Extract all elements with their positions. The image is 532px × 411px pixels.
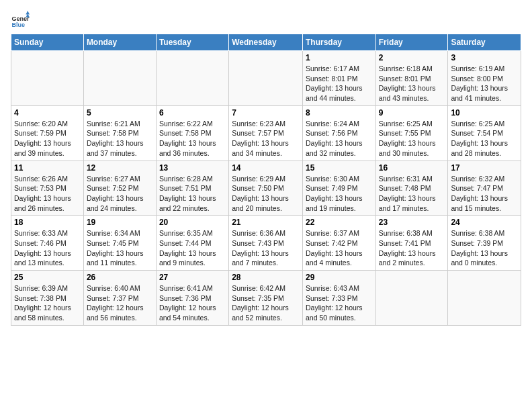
calendar-cell: 18Sunrise: 6:33 AM Sunset: 7:46 PM Dayli… <box>11 216 84 271</box>
calendar-week-3: 11Sunrise: 6:26 AM Sunset: 7:53 PM Dayli… <box>11 161 521 216</box>
cell-date: 28 <box>232 273 300 282</box>
cell-date: 21 <box>232 218 300 227</box>
cell-info: Sunrise: 6:17 AM Sunset: 8:01 PM Dayligh… <box>306 64 373 103</box>
calendar-cell: 20Sunrise: 6:35 AM Sunset: 7:44 PM Dayli… <box>156 216 228 271</box>
cell-info: Sunrise: 6:37 AM Sunset: 7:42 PM Dayligh… <box>306 228 373 268</box>
cell-date: 27 <box>159 273 226 282</box>
day-header-thursday: Thursday <box>302 34 375 51</box>
calendar-cell: 22Sunrise: 6:37 AM Sunset: 7:42 PM Dayli… <box>302 216 375 271</box>
calendar-cell: 2Sunrise: 6:18 AM Sunset: 8:01 PM Daylig… <box>375 51 448 106</box>
cell-info: Sunrise: 6:29 AM Sunset: 7:50 PM Dayligh… <box>232 174 300 214</box>
logo: General Blue <box>11 11 32 30</box>
calendar-cell: 24Sunrise: 6:38 AM Sunset: 7:39 PM Dayli… <box>448 216 521 271</box>
calendar-cell: 5Sunrise: 6:21 AM Sunset: 7:58 PM Daylig… <box>83 105 156 161</box>
cell-info: Sunrise: 6:43 AM Sunset: 7:33 PM Dayligh… <box>306 283 373 323</box>
cell-info: Sunrise: 6:25 AM Sunset: 7:55 PM Dayligh… <box>379 119 445 158</box>
cell-date: 2 <box>379 53 445 62</box>
svg-text:Blue: Blue <box>11 21 25 28</box>
cell-info: Sunrise: 6:41 AM Sunset: 7:36 PM Dayligh… <box>159 283 226 323</box>
cell-info: Sunrise: 6:35 AM Sunset: 7:44 PM Dayligh… <box>159 228 226 268</box>
day-header-saturday: Saturday <box>448 34 521 51</box>
cell-date: 20 <box>159 218 226 227</box>
cell-info: Sunrise: 6:34 AM Sunset: 7:45 PM Dayligh… <box>87 228 153 268</box>
cell-date: 11 <box>14 163 81 173</box>
cell-date: 5 <box>87 108 153 118</box>
calendar-cell: 10Sunrise: 6:25 AM Sunset: 7:54 PM Dayli… <box>448 105 521 161</box>
calendar-cell: 12Sunrise: 6:27 AM Sunset: 7:52 PM Dayli… <box>83 161 156 216</box>
cell-date: 22 <box>306 218 373 227</box>
cell-date: 13 <box>159 163 226 173</box>
cell-date: 14 <box>232 163 300 173</box>
cell-date: 10 <box>451 108 518 118</box>
cell-date: 26 <box>87 273 153 282</box>
calendar-cell: 9Sunrise: 6:25 AM Sunset: 7:55 PM Daylig… <box>375 105 448 161</box>
cell-info: Sunrise: 6:23 AM Sunset: 7:57 PM Dayligh… <box>232 119 300 158</box>
calendar-week-1: 1Sunrise: 6:17 AM Sunset: 8:01 PM Daylig… <box>11 51 521 106</box>
cell-info: Sunrise: 6:42 AM Sunset: 7:35 PM Dayligh… <box>232 283 300 323</box>
day-header-sunday: Sunday <box>11 34 84 51</box>
cell-info: Sunrise: 6:22 AM Sunset: 7:58 PM Dayligh… <box>159 119 226 158</box>
cell-date: 12 <box>87 163 153 173</box>
cell-date: 18 <box>14 218 81 227</box>
cell-info: Sunrise: 6:27 AM Sunset: 7:52 PM Dayligh… <box>87 174 153 214</box>
cell-info: Sunrise: 6:39 AM Sunset: 7:38 PM Dayligh… <box>14 283 81 323</box>
cell-info: Sunrise: 6:38 AM Sunset: 7:39 PM Dayligh… <box>451 228 518 268</box>
cell-info: Sunrise: 6:24 AM Sunset: 7:56 PM Dayligh… <box>306 119 373 158</box>
calendar-cell: 23Sunrise: 6:38 AM Sunset: 7:41 PM Dayli… <box>375 216 448 271</box>
cell-info: Sunrise: 6:20 AM Sunset: 7:59 PM Dayligh… <box>14 119 81 158</box>
calendar-cell: 28Sunrise: 6:42 AM Sunset: 7:35 PM Dayli… <box>229 271 303 326</box>
calendar-cell: 17Sunrise: 6:32 AM Sunset: 7:47 PM Dayli… <box>448 161 521 216</box>
calendar-table: SundayMondayTuesdayWednesdayThursdayFrid… <box>11 34 521 326</box>
cell-info: Sunrise: 6:31 AM Sunset: 7:48 PM Dayligh… <box>379 174 445 214</box>
cell-date: 15 <box>306 163 373 173</box>
cell-date: 17 <box>451 163 518 173</box>
cell-info: Sunrise: 6:32 AM Sunset: 7:47 PM Dayligh… <box>451 174 518 214</box>
cell-date: 23 <box>379 218 445 227</box>
calendar-week-5: 25Sunrise: 6:39 AM Sunset: 7:38 PM Dayli… <box>11 271 521 326</box>
cell-info: Sunrise: 6:26 AM Sunset: 7:53 PM Dayligh… <box>14 174 81 214</box>
calendar-cell: 8Sunrise: 6:24 AM Sunset: 7:56 PM Daylig… <box>302 105 375 161</box>
cell-date: 29 <box>306 273 373 282</box>
cell-info: Sunrise: 6:30 AM Sunset: 7:49 PM Dayligh… <box>306 174 373 214</box>
cell-date: 1 <box>306 53 373 62</box>
cell-date: 24 <box>451 218 518 227</box>
calendar-cell: 7Sunrise: 6:23 AM Sunset: 7:57 PM Daylig… <box>229 105 303 161</box>
calendar-cell: 25Sunrise: 6:39 AM Sunset: 7:38 PM Dayli… <box>11 271 84 326</box>
calendar-week-4: 18Sunrise: 6:33 AM Sunset: 7:46 PM Dayli… <box>11 216 521 271</box>
calendar-cell <box>11 51 84 106</box>
cell-date: 9 <box>379 108 445 118</box>
cell-date: 16 <box>379 163 445 173</box>
days-of-week-row: SundayMondayTuesdayWednesdayThursdayFrid… <box>11 34 521 51</box>
calendar-cell: 16Sunrise: 6:31 AM Sunset: 7:48 PM Dayli… <box>375 161 448 216</box>
day-header-tuesday: Tuesday <box>156 34 228 51</box>
calendar-body: 1Sunrise: 6:17 AM Sunset: 8:01 PM Daylig… <box>11 51 521 326</box>
calendar-cell <box>83 51 156 106</box>
calendar-cell: 27Sunrise: 6:41 AM Sunset: 7:36 PM Dayli… <box>156 271 228 326</box>
calendar-cell: 11Sunrise: 6:26 AM Sunset: 7:53 PM Dayli… <box>11 161 84 216</box>
cell-info: Sunrise: 6:21 AM Sunset: 7:58 PM Dayligh… <box>87 119 153 158</box>
cell-info: Sunrise: 6:40 AM Sunset: 7:37 PM Dayligh… <box>87 283 153 323</box>
calendar-cell: 15Sunrise: 6:30 AM Sunset: 7:49 PM Dayli… <box>302 161 375 216</box>
page-header: General Blue <box>11 11 521 30</box>
cell-info: Sunrise: 6:33 AM Sunset: 7:46 PM Dayligh… <box>14 228 81 268</box>
day-header-wednesday: Wednesday <box>229 34 303 51</box>
calendar-cell: 26Sunrise: 6:40 AM Sunset: 7:37 PM Dayli… <box>83 271 156 326</box>
cell-date: 7 <box>232 108 300 118</box>
cell-info: Sunrise: 6:36 AM Sunset: 7:43 PM Dayligh… <box>232 228 300 268</box>
cell-date: 19 <box>87 218 153 227</box>
day-header-friday: Friday <box>375 34 448 51</box>
calendar-week-2: 4Sunrise: 6:20 AM Sunset: 7:59 PM Daylig… <box>11 105 521 161</box>
day-header-monday: Monday <box>83 34 156 51</box>
cell-date: 6 <box>159 108 226 118</box>
calendar-cell <box>156 51 228 106</box>
calendar-cell: 6Sunrise: 6:22 AM Sunset: 7:58 PM Daylig… <box>156 105 228 161</box>
cell-date: 3 <box>451 53 518 62</box>
calendar-cell <box>448 271 521 326</box>
cell-info: Sunrise: 6:25 AM Sunset: 7:54 PM Dayligh… <box>451 119 518 158</box>
cell-info: Sunrise: 6:18 AM Sunset: 8:01 PM Dayligh… <box>379 64 445 103</box>
calendar-cell: 19Sunrise: 6:34 AM Sunset: 7:45 PM Dayli… <box>83 216 156 271</box>
cell-date: 8 <box>306 108 373 118</box>
calendar-cell <box>229 51 303 106</box>
calendar-header: SundayMondayTuesdayWednesdayThursdayFrid… <box>11 34 521 51</box>
calendar-cell: 14Sunrise: 6:29 AM Sunset: 7:50 PM Dayli… <box>229 161 303 216</box>
